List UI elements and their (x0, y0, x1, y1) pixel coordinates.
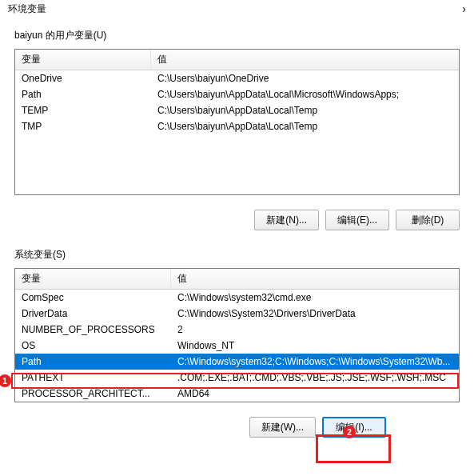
cell-variable: OS (15, 340, 171, 351)
cell-variable: TEMP (15, 105, 151, 116)
user-delete-button[interactable]: 删除(D) (396, 210, 460, 230)
system-button-row: 新建(W)... 编辑(I)... (0, 407, 474, 444)
cell-variable: Path (15, 356, 171, 367)
cell-value: C:\Windows\System32\Drivers\DriverData (171, 308, 459, 319)
cell-value: C:\Windows\system32;C:\Windows;C:\Window… (171, 356, 459, 367)
cell-variable: NUMBER_OF_PROCESSORS (15, 324, 171, 335)
column-variable[interactable]: 变量 (15, 269, 171, 289)
cell-value: C:\Users\baiyun\AppData\Local\Temp (151, 105, 459, 116)
table-row[interactable]: NUMBER_OF_PROCESSORS2 (15, 322, 459, 338)
cell-value: AMD64 (171, 388, 459, 399)
cell-variable: ComSpec (15, 292, 171, 303)
cell-value: C:\Users\baiyun\AppData\Local\Temp (151, 121, 459, 132)
table-row[interactable]: OSWindows_NT (15, 338, 459, 354)
close-icon[interactable]: › (462, 2, 466, 15)
user-variables-section: baiyun 的用户变量(U) 变量 值 OneDriveC:\Users\ba… (0, 18, 474, 200)
table-row[interactable]: PathC:\Users\baiyun\AppData\Local\Micros… (15, 86, 459, 102)
cell-variable: OneDrive (15, 73, 151, 84)
cell-variable: PROCESSOR_ARCHITECT... (15, 388, 171, 399)
system-variables-table: 变量 值 ComSpecC:\Windows\system32\cmd.exeD… (14, 268, 460, 402)
cell-value: .COM;.EXE;.BAT;.CMD;.VBS;.VBE;.JS;.JSE;.… (171, 372, 459, 383)
cell-variable: DriverData (15, 308, 171, 319)
dialog-title: 环境变量 (8, 2, 46, 16)
table-row[interactable]: PROCESSOR_ARCHITECT...AMD64 (15, 386, 459, 402)
user-edit-button[interactable]: 编辑(E)... (325, 210, 389, 230)
cell-variable: Path (15, 89, 151, 100)
system-variables-label: 系统变量(S) (14, 248, 460, 262)
table-header: 变量 值 (15, 50, 459, 70)
cell-variable: TMP (15, 121, 151, 132)
cell-value: C:\Windows\system32\cmd.exe (171, 292, 459, 303)
table-row[interactable]: OneDriveC:\Users\baiyun\OneDrive (15, 70, 459, 86)
table-row[interactable]: TEMPC:\Users\baiyun\AppData\Local\Temp (15, 102, 459, 118)
user-variables-table: 变量 值 OneDriveC:\Users\baiyun\OneDrivePat… (14, 49, 460, 195)
cell-value: 2 (171, 324, 459, 335)
table-row[interactable]: PathC:\Windows\system32;C:\Windows;C:\Wi… (15, 354, 459, 370)
system-variables-section: 系统变量(S) 变量 值 ComSpecC:\Windows\system32\… (0, 237, 474, 407)
user-new-button[interactable]: 新建(N)... (254, 210, 319, 230)
user-variables-label: baiyun 的用户变量(U) (14, 29, 460, 42)
cell-variable: PATHEXT (15, 372, 171, 383)
user-variables-body: OneDriveC:\Users\baiyun\OneDrivePathC:\U… (15, 70, 459, 194)
column-value[interactable]: 值 (151, 50, 459, 70)
column-variable[interactable]: 变量 (15, 50, 151, 70)
cell-value: Windows_NT (171, 340, 459, 351)
table-row[interactable]: PATHEXT.COM;.EXE;.BAT;.CMD;.VBS;.VBE;.JS… (15, 370, 459, 386)
table-row[interactable]: TMPC:\Users\baiyun\AppData\Local\Temp (15, 118, 459, 134)
cell-value: C:\Users\baiyun\AppData\Local\Microsoft\… (151, 89, 459, 100)
column-value[interactable]: 值 (171, 269, 459, 289)
user-button-row: 新建(N)... 编辑(E)... 删除(D) (0, 200, 474, 237)
title-bar: 环境变量 › (0, 0, 474, 18)
callout-marker-2: 2 (343, 426, 356, 438)
system-variables-body: ComSpecC:\Windows\system32\cmd.exeDriver… (15, 290, 459, 402)
table-header: 变量 值 (15, 269, 459, 290)
table-row[interactable]: DriverDataC:\Windows\System32\Drivers\Dr… (15, 306, 459, 322)
system-new-button[interactable]: 新建(W)... (249, 417, 316, 438)
table-row[interactable]: ComSpecC:\Windows\system32\cmd.exe (15, 290, 459, 306)
cell-value: C:\Users\baiyun\OneDrive (151, 73, 459, 84)
